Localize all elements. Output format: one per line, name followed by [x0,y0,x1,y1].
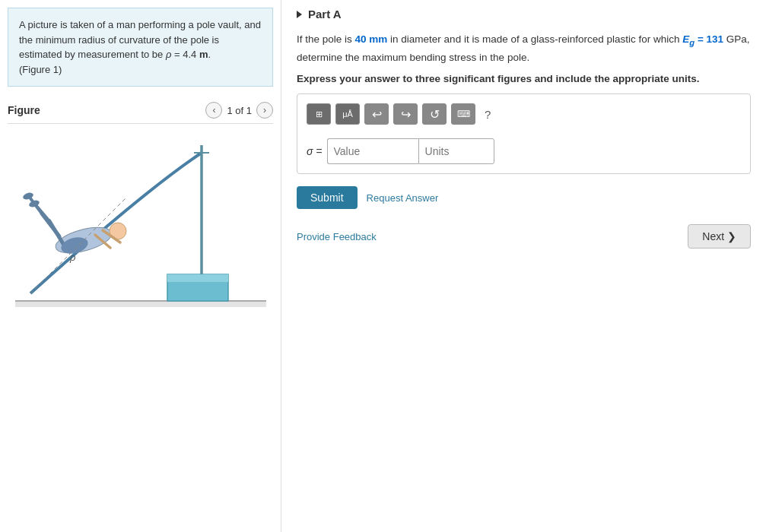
figure-section: Figure ‹ 1 of 1 › [0,94,281,532]
answer-toolbar: ⊞ μÅ ↩ ↪ ↺ ⌨ ? [307,103,741,131]
rho-figure-label: ρ [69,252,76,263]
value-input[interactable] [327,138,418,164]
request-answer-link[interactable]: Request Answer [367,192,439,204]
svg-line-12 [37,206,49,221]
problem-text-content: A picture is taken of a man performing a… [19,19,261,75]
figure-header: Figure ‹ 1 of 1 › [8,102,273,124]
toolbar-reset-btn[interactable]: ↺ [422,103,447,125]
toolbar-mu-btn[interactable]: μÅ [335,103,360,125]
rho-symbol: ρ [166,49,171,60]
collapse-icon[interactable] [297,11,302,18]
sigma-equals-label: σ = [307,145,323,157]
right-panel: Part A If the pole is 40 mm in diameter … [281,0,766,532]
figure-nav-count: 1 of 1 [227,105,252,116]
svg-rect-5 [167,274,228,282]
highlight-modulus: Eg = 131 [682,33,723,45]
input-row: σ = [307,138,741,164]
figure-image: ρ [8,130,273,312]
unit-m: m [199,49,208,60]
toolbar-redo-btn[interactable]: ↪ [393,103,418,125]
question-text: If the pole is 40 mm in diameter and it … [297,31,751,65]
express-instructions: Express your answer to three significant… [297,73,751,84]
provide-feedback-link[interactable]: Provide Feedback [297,231,377,242]
figure-prev-button[interactable]: ‹ [205,102,222,119]
toolbar-undo-btn[interactable]: ↩ [364,103,389,125]
svg-rect-1 [15,301,266,307]
action-row: Submit Request Answer [297,186,751,209]
toolbar-grid-btn[interactable]: ⊞ [307,103,331,125]
toolbar-keyboard-btn[interactable]: ⌨ [451,103,475,125]
part-label: Part A [308,8,342,21]
units-input[interactable] [418,138,494,164]
left-panel: A picture is taken of a man performing a… [0,0,281,532]
problem-description: A picture is taken of a man performing a… [8,8,273,87]
toolbar-help-btn[interactable]: ? [480,106,495,122]
submit-button[interactable]: Submit [297,186,358,209]
bottom-row: Provide Feedback Next ❯ [297,224,751,249]
figure-title: Figure [8,104,40,116]
figure-next-button[interactable]: › [256,102,273,119]
pole-vault-svg: ρ [8,130,266,312]
highlight-diameter: 40 mm [355,33,388,45]
next-button[interactable]: Next ❯ [688,224,751,249]
figure-nav: ‹ 1 of 1 › [205,102,273,119]
answer-box: ⊞ μÅ ↩ ↪ ↺ ⌨ ? σ = [297,93,751,174]
part-header: Part A [297,8,751,21]
